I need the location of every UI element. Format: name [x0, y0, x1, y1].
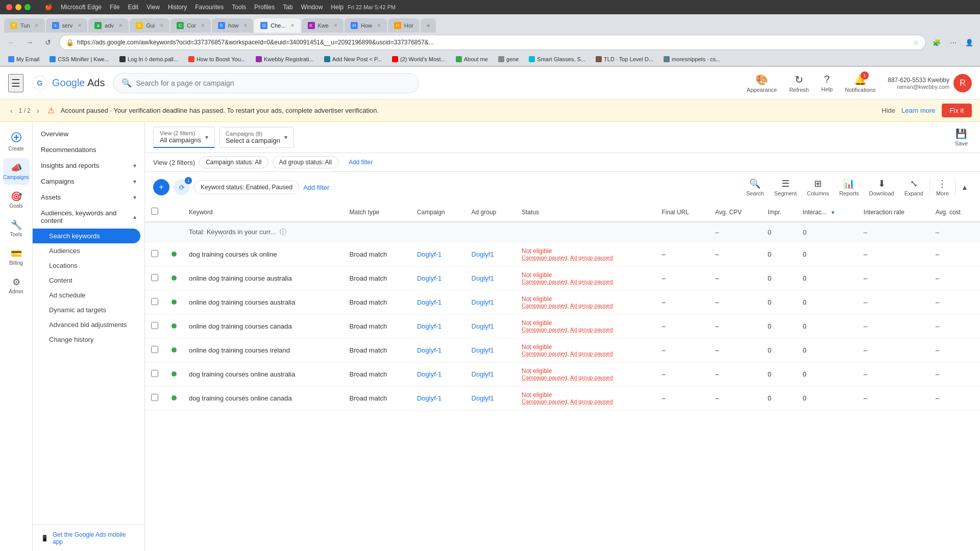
th-interaction-rate[interactable]: Interaction rate [857, 203, 929, 222]
add-keyword-button[interactable]: + [153, 179, 169, 195]
table-add-filter-button[interactable]: Add filter [303, 184, 329, 191]
select-all-checkbox[interactable] [151, 208, 158, 215]
row-1-ad-group[interactable]: Doglyf1 [465, 242, 516, 266]
row-3-campaign-link[interactable]: Doglyf-1 [417, 298, 442, 306]
sidebar-icon-admin[interactable]: ⚙ Admin [3, 272, 30, 299]
browser-tab-6[interactable]: h how × [212, 18, 253, 33]
star-icon[interactable]: ☆ [913, 39, 919, 46]
row-6-checkbox[interactable] [145, 362, 165, 386]
ad-group-status-chip[interactable]: Ad group status: All [273, 156, 338, 168]
pending-changes-button[interactable]: ⟳ 1 [174, 179, 190, 195]
browser-tab-9[interactable]: H How × [345, 18, 387, 33]
forward-button[interactable]: → [22, 35, 37, 49]
row-7-ad-group[interactable]: Doglyf1 [465, 386, 516, 410]
row-7-select[interactable] [151, 394, 158, 401]
browser-tab-active[interactable]: G Che... × [254, 18, 300, 33]
row-3-adgroup-link[interactable]: Doglyf1 [472, 298, 494, 306]
row-1-campaign-link[interactable]: Doglyf-1 [417, 251, 442, 258]
bookmark-addpost[interactable]: Add New Post < P... [320, 55, 386, 63]
collapse-button[interactable]: ▲ [958, 180, 972, 194]
th-avg-cost[interactable]: Avg. cost [929, 203, 980, 222]
browser-tab-new[interactable]: + [421, 18, 436, 33]
row-7-adgroup-link[interactable]: Doglyf1 [472, 394, 494, 402]
mac-menu-history[interactable]: History [168, 4, 187, 11]
row-3-campaign[interactable]: Doglyf-1 [411, 290, 465, 314]
bookmark-gene[interactable]: gene [494, 55, 523, 63]
row-6-select[interactable] [151, 370, 158, 377]
th-avg-cpv[interactable]: Avg. CPV [709, 203, 762, 222]
campaign-status-chip[interactable]: Campaign status: All [199, 156, 268, 168]
row-5-adgroup-link[interactable]: Doglyf1 [472, 346, 494, 354]
mac-minimize-btn[interactable] [15, 4, 21, 10]
nav-sub-content[interactable]: Content [33, 273, 144, 288]
bookmark-worlds[interactable]: (2) World's Most... [388, 55, 450, 63]
row-7-campaign[interactable]: Doglyf-1 [411, 386, 465, 410]
view-filter-dropdown[interactable]: View (2 filters) All campaigns ▾ [153, 127, 215, 148]
browser-tab-2[interactable]: s serv × [46, 18, 88, 33]
browser-tab-4[interactable]: G Gui × [130, 18, 169, 33]
row-5-ad-group[interactable]: Doglyf1 [465, 338, 516, 362]
row-4-campaign-link[interactable]: Doglyf-1 [417, 322, 442, 330]
help-action[interactable]: ? Help [821, 73, 833, 92]
tab-close-9[interactable]: × [377, 22, 381, 29]
extensions-icon[interactable]: 🧩 [930, 36, 943, 49]
row-1-adgroup-link[interactable]: Doglyf1 [472, 251, 494, 258]
th-interac[interactable]: Interac... ▼ [797, 203, 857, 222]
notifications-action[interactable]: 🔔 1 Notifications [845, 73, 875, 93]
alert-hide-button[interactable]: Hide [881, 107, 895, 114]
keyword-status-filter[interactable]: Keyword status: Enabled, Paused [194, 180, 299, 194]
bookmark-kwebby[interactable]: Kwebby Registrati... [252, 55, 318, 63]
row-4-adgroup-link[interactable]: Doglyf1 [472, 322, 494, 330]
bookmark-about[interactable]: About me [452, 55, 492, 63]
appearance-action[interactable]: 🎨 Appearance [747, 73, 777, 93]
sidebar-icon-campaigns[interactable]: 📣 Campaigns [3, 158, 30, 185]
mac-menu-tab[interactable]: Tab [283, 4, 292, 11]
mac-menu-apple[interactable]: 🍎 [45, 4, 53, 11]
nav-sub-locations[interactable]: Locations [33, 258, 144, 273]
row-5-select[interactable] [151, 346, 158, 353]
tab-close-3[interactable]: × [119, 22, 122, 29]
bookmark-css[interactable]: CSS Minifier | Kwe... [45, 55, 113, 63]
row-6-campaign[interactable]: Doglyf-1 [411, 362, 465, 386]
nav-sub-change-history[interactable]: Change history [33, 332, 144, 347]
reload-button[interactable]: ↺ [41, 35, 55, 49]
columns-action[interactable]: ⊞ Columns [803, 176, 833, 198]
collections-icon[interactable]: ⋯ [946, 36, 960, 49]
row-2-select[interactable] [151, 274, 158, 281]
row-3-ad-group[interactable]: Doglyf1 [465, 290, 516, 314]
save-button[interactable]: 💾 Save [951, 126, 972, 148]
row-2-adgroup-link[interactable]: Doglyf1 [472, 274, 494, 282]
mobile-app-link[interactable]: 📱 Get the Google Ads mobile app [33, 524, 144, 551]
tab-close-6[interactable]: × [243, 22, 247, 29]
th-match-type[interactable]: Match type [344, 203, 411, 222]
th-final-url[interactable]: Final URL [656, 203, 709, 222]
mac-menu-profiles[interactable]: Profiles [254, 4, 275, 11]
mac-menu-tools[interactable]: Tools [232, 4, 246, 11]
sidebar-icon-billing[interactable]: 💳 Billing [3, 244, 30, 270]
row-5-campaign-link[interactable]: Doglyf-1 [417, 346, 442, 354]
row-4-checkbox[interactable] [145, 314, 165, 338]
sidebar-icon-create[interactable]: Create [3, 128, 30, 156]
row-1-campaign[interactable]: Doglyf-1 [411, 242, 465, 266]
nav-sub-ad-schedule[interactable]: Ad schedule [33, 288, 144, 303]
search-bar[interactable]: 🔍 [113, 73, 419, 93]
sidebar-icon-tools[interactable]: 🔧 Tools [3, 215, 30, 242]
nav-item-recommendations[interactable]: Recommendations [33, 142, 144, 158]
row-4-campaign[interactable]: Doglyf-1 [411, 314, 465, 338]
address-bar[interactable]: 🔒 https://ads.google.com/aw/keywords?oci… [59, 35, 926, 50]
row-6-adgroup-link[interactable]: Doglyf1 [472, 370, 494, 378]
row-5-checkbox[interactable] [145, 338, 165, 362]
browser-tab-10[interactable]: H Hor [388, 18, 420, 33]
back-button[interactable]: ← [4, 35, 18, 49]
browser-tab-1[interactable]: T Tun × [4, 18, 45, 33]
alert-fix-button[interactable]: Fix it [942, 104, 972, 117]
search-action[interactable]: 🔍 Search [742, 176, 768, 198]
profile-icon[interactable]: 👤 [963, 36, 976, 49]
tab-close-1[interactable]: × [35, 22, 39, 29]
th-impr[interactable]: Impr. [762, 203, 797, 222]
account-avatar[interactable]: R [953, 74, 972, 92]
mac-menu-help[interactable]: Help [331, 4, 344, 11]
more-action[interactable]: ⋮ More [932, 176, 953, 198]
row-7-checkbox[interactable] [145, 386, 165, 410]
nav-item-campaigns[interactable]: Campaigns ▾ [33, 173, 144, 189]
